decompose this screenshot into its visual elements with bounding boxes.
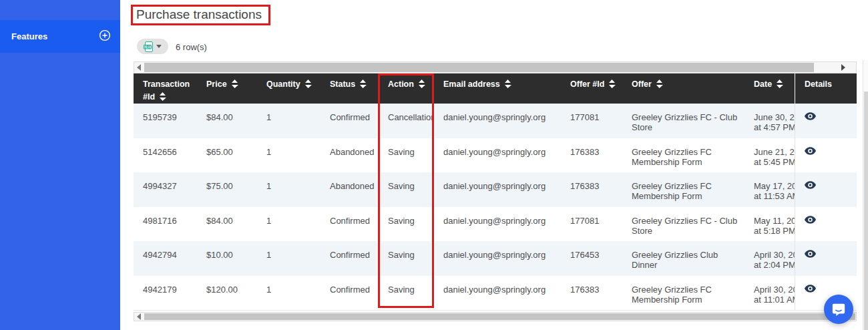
cell-details [795,241,857,276]
cell-offer_id: 177081 [561,207,622,242]
cell-price: $10.00 [197,241,257,276]
sort-icon[interactable] [159,92,166,101]
column-header-label: Status [330,79,355,89]
cell-transaction_id: 5142656 [134,138,197,173]
cell-status: Confirmed [320,207,379,242]
table-hscrollbar-bottom[interactable] [134,312,857,321]
eye-icon [805,112,816,120]
column-header-status[interactable]: Status [320,73,379,104]
sidebar-item-label: Features [11,31,47,41]
view-details-button[interactable] [805,250,816,258]
sort-icon[interactable] [231,79,238,88]
sort-icon[interactable] [304,79,312,88]
scroll-left-arrow-icon[interactable] [134,313,144,321]
column-header-label: Email address [443,79,500,89]
table-hscrollbar-top[interactable] [134,61,857,73]
cell-price: $84.00 [197,207,257,242]
cell-email: daniel.young@springly.org [434,138,561,173]
cell-offer: Greeley Grizzlies FC Membership Form [622,276,744,311]
cell-details [795,138,857,173]
column-header-offer_id[interactable]: Offer #Id [561,73,622,104]
column-header-label: Details [805,79,832,89]
column-header-action[interactable]: Action [379,73,434,104]
sidebar-item-features[interactable]: Features [0,20,120,53]
cell-transaction_id: 4981716 [134,207,197,242]
cell-offer: Greeley Grizzlies Club Dinner [622,241,744,276]
cell-details [795,104,857,138]
cell-action: Saving [379,207,434,242]
sort-icon[interactable] [776,79,783,88]
chevron-down-icon [156,45,162,48]
cell-details [795,207,857,242]
cell-offer_id: 176453 [561,241,622,276]
hscrollbar-thumb[interactable] [144,313,855,320]
column-header-transaction_id[interactable]: Transaction #Id [134,73,197,104]
view-details-button[interactable] [805,147,816,155]
export-xlsx-button[interactable] [137,39,168,54]
vscrollbar-thumb[interactable] [864,92,868,330]
cell-status: Confirmed [320,276,379,311]
cell-offer: Greeley Grizzlies FC - Club Store [622,207,744,242]
eye-icon [805,250,816,258]
column-header-details: Details [795,73,857,104]
cell-transaction_id: 5195739 [134,104,197,138]
intercom-chat-icon [831,302,846,317]
column-header-date[interactable]: Date [744,73,795,104]
sort-icon[interactable] [504,79,511,88]
cell-action: Saving [379,138,434,173]
column-header-quantity[interactable]: Quantity [257,73,320,104]
cell-quantity: 1 [257,104,320,138]
cell-email: daniel.young@springly.org [434,276,561,311]
sort-icon[interactable] [656,79,663,88]
view-details-button[interactable] [805,216,816,224]
cell-status: Abandoned [320,172,379,207]
column-header-offer[interactable]: Offer [622,73,744,104]
cell-status: Confirmed [320,241,379,276]
view-details-button[interactable] [805,112,816,120]
column-header-label: Offer [632,79,652,89]
cell-date: June 21, 2021 at 5:45 PM [744,138,795,173]
cell-email: daniel.young@springly.org [434,207,561,242]
cell-offer: Greeley Grizzlies FC Membership Form [622,138,744,173]
column-header-email[interactable]: Email address [434,73,561,104]
cell-transaction_id: 4942179 [134,276,197,311]
column-header-label: Price [206,79,227,89]
cell-status: Confirmed [320,104,379,138]
cell-offer_id: 177081 [561,104,622,138]
cell-offer: Greeley Grizzlies FC - Club Store [622,104,744,138]
eye-icon [805,147,816,155]
eye-icon [805,216,816,224]
cell-date: June 30, 2021 at 4:57 PM [744,104,795,138]
view-details-button[interactable] [805,285,816,293]
sort-icon[interactable] [359,79,367,88]
cell-price: $120.00 [197,276,257,311]
cell-status: Abandoned [320,138,379,173]
column-header-price[interactable]: Price [197,73,257,104]
cell-details [795,172,857,207]
hscrollbar-thumb[interactable] [144,63,814,72]
cell-offer_id: 176383 [561,172,622,207]
sidebar: Features [0,0,120,330]
cell-action: Saving [379,172,434,207]
plus-circle-icon[interactable] [99,29,111,43]
cell-action: Saving [379,241,434,276]
xlsx-export-icon [144,41,153,52]
sort-icon[interactable] [418,79,425,88]
cell-action: Cancellation [379,104,434,138]
cell-quantity: 1 [257,172,320,207]
cell-quantity: 1 [257,241,320,276]
eye-icon [805,285,816,293]
cell-action: Saving [379,276,434,311]
view-details-button[interactable] [805,181,816,189]
sort-icon[interactable] [608,79,616,88]
scroll-left-arrow-icon[interactable] [134,62,144,73]
column-header-label: Transaction #Id [143,79,190,102]
page-vscrollbar[interactable] [863,60,868,330]
cell-date: May 11, 2021 at 5:18 PM [744,207,795,242]
scroll-right-arrow-icon[interactable] [839,62,848,73]
cell-transaction_id: 4942794 [134,241,197,276]
cell-offer: Greeley Grizzlies FC Membership Form [622,172,744,207]
cell-quantity: 1 [257,138,320,173]
intercom-chat-button[interactable] [824,295,853,324]
purchase-transactions-table: Transaction #IdPriceQuantityStatusAction… [134,73,857,311]
